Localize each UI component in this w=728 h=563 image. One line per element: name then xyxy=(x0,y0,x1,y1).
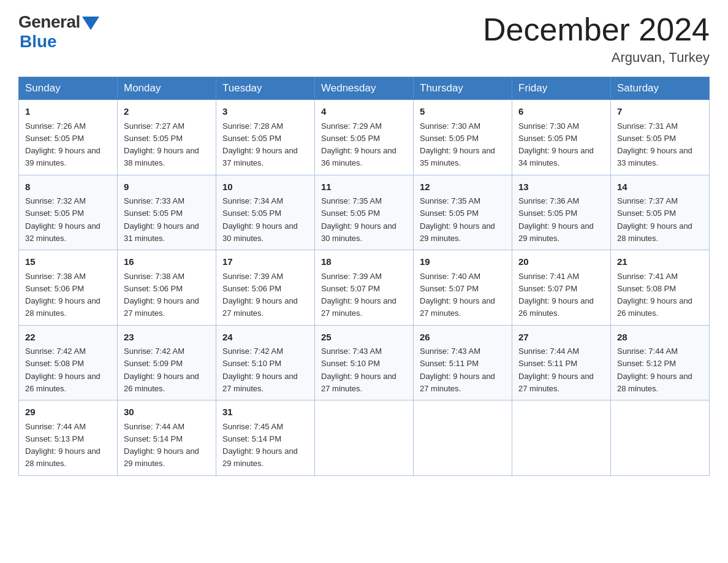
day-info: Sunrise: 7:27 AMSunset: 5:05 PMDaylight:… xyxy=(124,121,199,168)
day-info: Sunrise: 7:45 AMSunset: 5:14 PMDaylight:… xyxy=(222,422,298,469)
logo-triangle-icon xyxy=(82,17,99,30)
day-info: Sunrise: 7:38 AMSunset: 5:06 PMDaylight:… xyxy=(124,272,199,318)
col-wednesday: Wednesday xyxy=(315,77,414,100)
month-title: December 2024 xyxy=(483,12,710,47)
day-info: Sunrise: 7:40 AMSunset: 5:07 PMDaylight:… xyxy=(420,272,495,318)
col-sunday: Sunday xyxy=(19,77,118,100)
calendar-week-row: 15 Sunrise: 7:38 AMSunset: 5:06 PMDaylig… xyxy=(19,250,710,326)
day-number: 10 xyxy=(222,180,308,194)
table-row: 30 Sunrise: 7:44 AMSunset: 5:14 PMDaylig… xyxy=(118,400,216,476)
col-tuesday: Tuesday xyxy=(216,77,315,100)
day-number: 29 xyxy=(25,405,111,419)
day-info: Sunrise: 7:44 AMSunset: 5:14 PMDaylight:… xyxy=(124,422,199,469)
table-row: 7 Sunrise: 7:31 AMSunset: 5:05 PMDayligh… xyxy=(611,100,710,175)
title-section: December 2024 Arguvan, Turkey xyxy=(483,12,710,66)
table-row: 27 Sunrise: 7:44 AMSunset: 5:11 PMDaylig… xyxy=(512,325,611,400)
table-row: 11 Sunrise: 7:35 AMSunset: 5:05 PMDaylig… xyxy=(315,175,414,250)
calendar-week-row: 29 Sunrise: 7:44 AMSunset: 5:13 PMDaylig… xyxy=(19,400,710,476)
day-number: 12 xyxy=(420,180,506,194)
day-number: 7 xyxy=(617,105,703,119)
day-number: 30 xyxy=(124,405,210,419)
day-info: Sunrise: 7:30 AMSunset: 5:05 PMDaylight:… xyxy=(420,121,495,168)
calendar-table: Sunday Monday Tuesday Wednesday Thursday… xyxy=(18,77,710,476)
table-row: 14 Sunrise: 7:37 AMSunset: 5:05 PMDaylig… xyxy=(611,175,710,250)
day-info: Sunrise: 7:32 AMSunset: 5:05 PMDaylight:… xyxy=(25,196,100,243)
col-friday: Friday xyxy=(512,77,611,100)
day-number: 20 xyxy=(518,255,604,269)
day-info: Sunrise: 7:42 AMSunset: 5:09 PMDaylight:… xyxy=(124,347,199,393)
day-number: 2 xyxy=(124,105,210,119)
table-row: 4 Sunrise: 7:29 AMSunset: 5:05 PMDayligh… xyxy=(315,100,414,175)
table-row: 13 Sunrise: 7:36 AMSunset: 5:05 PMDaylig… xyxy=(512,175,611,250)
day-info: Sunrise: 7:31 AMSunset: 5:05 PMDaylight:… xyxy=(617,121,692,168)
day-info: Sunrise: 7:34 AMSunset: 5:05 PMDaylight:… xyxy=(222,196,298,243)
calendar-header-row: Sunday Monday Tuesday Wednesday Thursday… xyxy=(19,77,710,100)
table-row: 21 Sunrise: 7:41 AMSunset: 5:08 PMDaylig… xyxy=(611,250,710,326)
day-number: 5 xyxy=(420,105,506,119)
table-row xyxy=(315,400,414,476)
day-info: Sunrise: 7:36 AMSunset: 5:05 PMDaylight:… xyxy=(518,196,594,243)
day-info: Sunrise: 7:39 AMSunset: 5:07 PMDaylight:… xyxy=(321,272,396,318)
table-row xyxy=(414,400,512,476)
day-number: 23 xyxy=(124,331,210,345)
table-row: 19 Sunrise: 7:40 AMSunset: 5:07 PMDaylig… xyxy=(414,250,512,326)
table-row: 16 Sunrise: 7:38 AMSunset: 5:06 PMDaylig… xyxy=(118,250,216,326)
day-number: 17 xyxy=(222,255,308,269)
table-row: 12 Sunrise: 7:35 AMSunset: 5:05 PMDaylig… xyxy=(414,175,512,250)
location-text: Arguvan, Turkey xyxy=(483,50,710,66)
day-number: 27 xyxy=(518,331,604,345)
day-number: 14 xyxy=(617,180,703,194)
table-row: 1 Sunrise: 7:26 AMSunset: 5:05 PMDayligh… xyxy=(19,100,118,175)
table-row: 9 Sunrise: 7:33 AMSunset: 5:05 PMDayligh… xyxy=(118,175,216,250)
day-number: 9 xyxy=(124,180,210,194)
day-info: Sunrise: 7:35 AMSunset: 5:05 PMDaylight:… xyxy=(321,196,396,243)
table-row: 31 Sunrise: 7:45 AMSunset: 5:14 PMDaylig… xyxy=(216,400,315,476)
day-number: 28 xyxy=(617,331,703,345)
day-info: Sunrise: 7:33 AMSunset: 5:05 PMDaylight:… xyxy=(124,196,199,243)
day-number: 11 xyxy=(321,180,407,194)
day-number: 13 xyxy=(518,180,604,194)
day-info: Sunrise: 7:44 AMSunset: 5:11 PMDaylight:… xyxy=(518,347,594,393)
day-info: Sunrise: 7:42 AMSunset: 5:08 PMDaylight:… xyxy=(25,347,100,393)
day-info: Sunrise: 7:26 AMSunset: 5:05 PMDaylight:… xyxy=(25,121,100,168)
day-info: Sunrise: 7:30 AMSunset: 5:05 PMDaylight:… xyxy=(518,121,594,168)
day-number: 21 xyxy=(617,255,703,269)
logo-general-text: General xyxy=(18,12,80,32)
day-info: Sunrise: 7:37 AMSunset: 5:05 PMDaylight:… xyxy=(617,196,692,243)
table-row xyxy=(611,400,710,476)
day-number: 22 xyxy=(25,331,111,345)
day-number: 26 xyxy=(420,331,506,345)
table-row: 6 Sunrise: 7:30 AMSunset: 5:05 PMDayligh… xyxy=(512,100,611,175)
day-number: 16 xyxy=(124,255,210,269)
table-row: 3 Sunrise: 7:28 AMSunset: 5:05 PMDayligh… xyxy=(216,100,315,175)
table-row: 8 Sunrise: 7:32 AMSunset: 5:05 PMDayligh… xyxy=(19,175,118,250)
table-row: 23 Sunrise: 7:42 AMSunset: 5:09 PMDaylig… xyxy=(118,325,216,400)
table-row: 20 Sunrise: 7:41 AMSunset: 5:07 PMDaylig… xyxy=(512,250,611,326)
day-info: Sunrise: 7:44 AMSunset: 5:12 PMDaylight:… xyxy=(617,347,692,393)
day-number: 1 xyxy=(25,105,111,119)
day-number: 31 xyxy=(222,405,308,419)
day-info: Sunrise: 7:38 AMSunset: 5:06 PMDaylight:… xyxy=(25,272,100,318)
table-row: 5 Sunrise: 7:30 AMSunset: 5:05 PMDayligh… xyxy=(414,100,512,175)
calendar-week-row: 1 Sunrise: 7:26 AMSunset: 5:05 PMDayligh… xyxy=(19,100,710,175)
day-info: Sunrise: 7:44 AMSunset: 5:13 PMDaylight:… xyxy=(25,422,100,469)
day-info: Sunrise: 7:43 AMSunset: 5:10 PMDaylight:… xyxy=(321,347,396,393)
logo-blue-text: Blue xyxy=(20,32,57,52)
day-number: 4 xyxy=(321,105,407,119)
day-info: Sunrise: 7:29 AMSunset: 5:05 PMDaylight:… xyxy=(321,121,396,168)
day-number: 15 xyxy=(25,255,111,269)
col-saturday: Saturday xyxy=(611,77,710,100)
day-number: 19 xyxy=(420,255,506,269)
day-number: 18 xyxy=(321,255,407,269)
table-row: 25 Sunrise: 7:43 AMSunset: 5:10 PMDaylig… xyxy=(315,325,414,400)
day-number: 3 xyxy=(222,105,308,119)
day-info: Sunrise: 7:35 AMSunset: 5:05 PMDaylight:… xyxy=(420,196,495,243)
page-header: General Blue December 2024 Arguvan, Turk… xyxy=(18,12,710,66)
table-row: 22 Sunrise: 7:42 AMSunset: 5:08 PMDaylig… xyxy=(19,325,118,400)
day-info: Sunrise: 7:42 AMSunset: 5:10 PMDaylight:… xyxy=(222,347,298,393)
calendar-week-row: 8 Sunrise: 7:32 AMSunset: 5:05 PMDayligh… xyxy=(19,175,710,250)
table-row: 15 Sunrise: 7:38 AMSunset: 5:06 PMDaylig… xyxy=(19,250,118,326)
day-number: 8 xyxy=(25,180,111,194)
day-info: Sunrise: 7:39 AMSunset: 5:06 PMDaylight:… xyxy=(222,272,298,318)
table-row xyxy=(512,400,611,476)
